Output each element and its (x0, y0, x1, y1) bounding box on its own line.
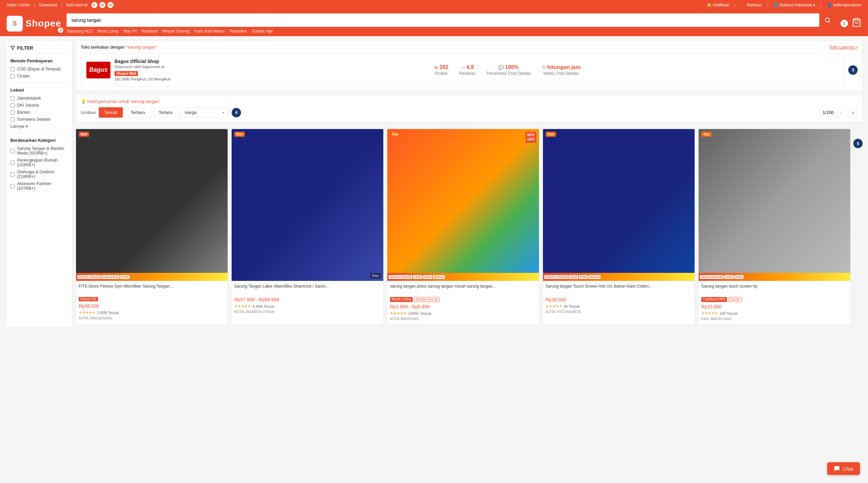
pagination: 1/100 ‹ › (823, 108, 858, 117)
product-rating-3: ★★★★★ 10RB+ Terjual (390, 311, 536, 315)
dki-checkbox[interactable]: DKI Jakarta (10, 103, 67, 108)
step-badge-3: 3 (848, 65, 858, 75)
product-name-5: Sarung tangan touch screen hp (701, 284, 847, 295)
product-location-5: KAB. MAGELANG (701, 317, 847, 321)
promo-strip: GRATIS ONGKIR CASH BACK XTRA (76, 273, 228, 281)
product-image-4: Star Iklan GRATIS ONGKIR CASH XTRA MURAH (543, 129, 694, 281)
user-icon: 👤 (827, 3, 832, 7)
product-card-5[interactable]: Star Iklan GRATIS ONGKIR CASH XTRA Sarun… (698, 129, 850, 324)
store-stats: 🛍 282 Produk ☆ 4.9 Penilaian 💬 100% Pers… (176, 64, 839, 76)
suggestion-1[interactable]: Moon Lamp (97, 29, 119, 33)
search-input[interactable] (67, 13, 819, 27)
cicilan-checkbox[interactable]: Cicilan (10, 74, 67, 79)
cart-icon[interactable] (852, 18, 861, 29)
product-name-3: sarung tangan polos sarung tangan murah … (390, 284, 536, 295)
mall-badge: Mall (79, 132, 89, 137)
results-title: 💡 Hasil pencarian untuk 'sarung tangan' (81, 99, 858, 104)
top-bar-right: 🔔 Notifikasi | ❓ Bantuan | 🌐 Bahasa Indo… (707, 3, 861, 7)
chevron-down-icon: ▾ (26, 124, 28, 129)
suggestion-5[interactable]: Kaos Kaki Miniso (194, 29, 225, 33)
store-logo: Bagus (86, 62, 111, 79)
seller-centre-link[interactable]: Seller Centre (7, 3, 30, 7)
email-icon[interactable] (107, 2, 114, 8)
search-box (67, 13, 835, 27)
sidebar: FILTER Metode Pembayaran COD (Bayar di T… (5, 40, 72, 328)
cod-checkbox[interactable]: COD (Bayar di Tempat) (10, 67, 67, 72)
more-stores-link[interactable]: Toko Lainnya > (830, 45, 858, 50)
product-info-4: Sarung tangan Touch Screen Anti UV, Baha… (543, 281, 694, 317)
store-logo-area: Bagus Bagus Official Shop Disponsori ole… (86, 59, 170, 81)
product-name-2: Sarung Tangan Latex Hitam/Biru Shamrock … (234, 284, 381, 295)
step-badge-4: 4 (231, 108, 241, 117)
suggestion-0[interactable]: Samsung M12 (67, 29, 92, 33)
sort-label: Urutkan (81, 110, 96, 115)
next-page-button[interactable]: › (848, 108, 858, 117)
main-layout: FILTER Metode Pembayaran COD (Bayar di T… (0, 36, 868, 332)
iklan-badge: Iklan (370, 273, 381, 278)
instagram-icon[interactable] (99, 2, 105, 8)
search-button[interactable] (819, 13, 835, 27)
product-card-1[interactable]: Mall Iklan GRATIS ONGKIR CASH BACK XTRA … (76, 129, 228, 324)
product-info-1: FITS Glove Fitness Gym Microfiber Sarung… (76, 281, 228, 323)
product-rating-5: ★★★★★ 188 Terjual (701, 311, 847, 315)
promo-strip: GRATIS ONGKIR CASH XTRA MURAH (543, 273, 694, 281)
shopee-logo-text: Shopee (26, 18, 61, 29)
sort-terlaris-button[interactable]: Terlaris (153, 107, 179, 118)
sort-harga-select[interactable]: Harga Harga: Terendah Harga: Tertinggi (180, 107, 228, 118)
store-stat-response-time: ⏱ hitungan jam Waktu Chat Dibalas (541, 64, 581, 76)
product-card-3[interactable]: Star 50%OFF Iklan GRATIS ONGKIR CASH XTR… (387, 129, 539, 324)
suggestion-3[interactable]: Realfood (142, 29, 158, 33)
bell-icon: 🔔 (707, 3, 712, 7)
star-badge: Star (234, 132, 245, 137)
page-info: 1/100 (823, 110, 834, 115)
sumsel-checkbox[interactable]: Sumatera Selatan (10, 117, 67, 122)
product-card-4[interactable]: Star Iklan GRATIS ONGKIR CASH XTRA MURAH… (542, 129, 695, 324)
banten-checkbox[interactable]: Banten (10, 110, 67, 115)
sort-terkait-button[interactable]: Terkait (99, 107, 123, 118)
store-section: Toko berkaitan dengan "sarung tangan" To… (76, 40, 863, 91)
product-rating-2: ★★★★★ 4,4RB Terjual (234, 304, 381, 308)
location-more-button[interactable]: Lainnya ▾ (10, 124, 67, 129)
promo-strip: GRATIS ONGKIR CASH XTRA MURAH (387, 273, 539, 281)
download-link[interactable]: Download (39, 3, 57, 7)
cat-fashion-checkbox[interactable]: Aksesoris Fashion (107RB+) (10, 181, 67, 191)
jabodetabek-checkbox[interactable]: Jabodetabek (10, 96, 67, 101)
store-mall-badge: Shopee Mall (115, 71, 170, 76)
notifikasi-link[interactable]: 🔔 Notifikasi (707, 3, 729, 7)
product-card-2[interactable]: Star Iklan Sarung Tangan Latex Hitam/Bir… (231, 129, 383, 324)
cat-gloves-checkbox[interactable]: Sarung Tangan & Masker Medis (553RB+) (10, 146, 67, 155)
shopee-logo-icon: S (7, 16, 23, 31)
sort-terbaru-button[interactable]: Terbaru (125, 107, 151, 118)
results-header: 💡 Hasil pencarian untuk 'sarung tangan' … (76, 94, 863, 122)
sort-row: Urutkan Terkait Terbaru Terlaris Harga H… (81, 107, 858, 118)
chevron-down-icon: ▾ (813, 3, 815, 7)
cat-home-checkbox[interactable]: Perlengkapan Rumah (218RB+) (10, 158, 67, 167)
suggestion-2[interactable]: Stay Fit (123, 29, 137, 33)
star-badge: Star (546, 132, 556, 137)
globe-icon: 🌐 (774, 3, 779, 7)
store-card: Bagus Bagus Official Shop Disponsori ole… (81, 53, 844, 87)
svg-point-6 (825, 18, 829, 22)
product-image-1: Mall Iklan GRATIS ONGKIR CASH BACK XTRA (76, 129, 228, 281)
location-section-title: Lokasi (10, 87, 67, 92)
suggestion-6[interactable]: Palmolive (230, 29, 247, 33)
language-selector[interactable]: 🌐 Bahasa Indonesia ▾ (774, 3, 815, 7)
product-info-3: sarung tangan polos sarung tangan murah … (387, 281, 539, 324)
suggestion-4[interactable]: Minyak Goreng (162, 29, 189, 33)
suggestion-7[interactable]: Golden Age (252, 29, 273, 33)
top-bar-left: Seller Centre | Download | Ikuti kami di (7, 2, 114, 8)
store-name: Bagus Official Shop (115, 59, 170, 64)
logo-area: S Shopee 2 (7, 16, 61, 31)
filter-title: FILTER (10, 45, 67, 54)
help-icon: ❓ (741, 3, 746, 7)
store-followers: 181,5RB Pengikut | 20 Mengikuti (115, 77, 170, 81)
svg-point-2 (103, 4, 103, 4)
store-stat-chat: 💬 100% Persentase Chat Dibalas (486, 64, 531, 76)
user-account-link[interactable]: 👤 selleroperations (827, 3, 861, 7)
facebook-icon[interactable] (91, 2, 97, 8)
cat-sport-checkbox[interactable]: Olahraga & Outdoor (218RB+) (10, 170, 67, 179)
prev-page-button[interactable]: ‹ (836, 108, 845, 117)
store-sponsored: Disponsori oleh bagusmart.id (115, 65, 170, 69)
svg-line-7 (829, 21, 830, 22)
bantuan-link[interactable]: ❓ Bantuan (741, 3, 762, 7)
